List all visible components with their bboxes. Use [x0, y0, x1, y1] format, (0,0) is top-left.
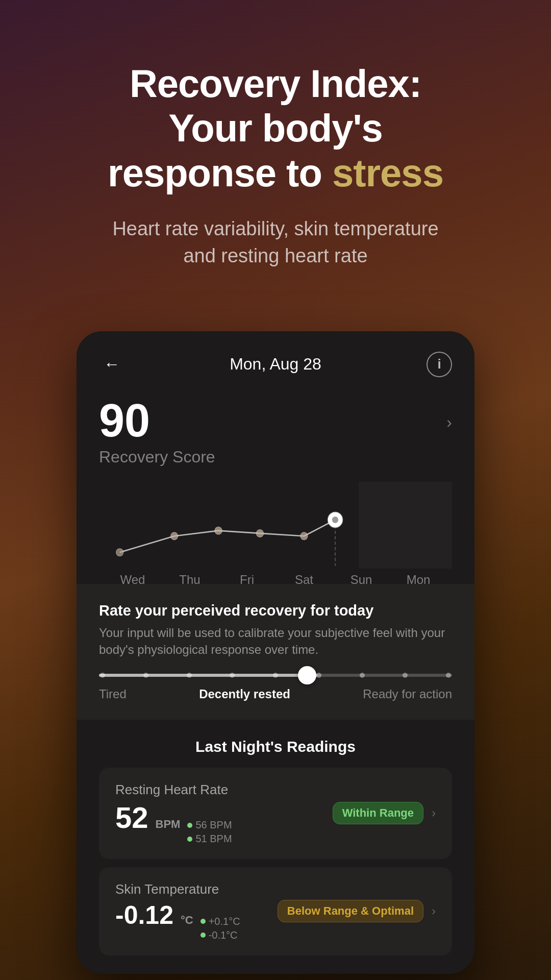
rhr-main-value: 52: [115, 803, 148, 832]
slider-dot-4: [230, 673, 235, 678]
rhr-sub-1: 56 BPM: [187, 819, 232, 831]
score-number: 90: [99, 398, 215, 444]
skin-temp-label: Skin Temperature: [115, 881, 278, 897]
hero-section: Recovery Index: Your body's response to …: [0, 0, 551, 301]
rhr-sub-val-1: 56 BPM: [195, 819, 232, 831]
slider-dot-3: [187, 673, 192, 678]
chart-label-sat: Sat: [276, 573, 333, 587]
rating-title: Rate your perceived recovery for today: [99, 602, 452, 619]
title-line1: Recovery Index:: [130, 62, 421, 105]
score-row: 90 Recovery Score ›: [99, 398, 452, 467]
svg-point-5: [256, 529, 263, 537]
hero-subtitle: Heart rate variability, skin temperature…: [97, 215, 454, 270]
slider-dot-6: [316, 673, 321, 678]
app-header: ← Mon, Aug 28 i: [77, 331, 474, 387]
skin-temp-badge: Below Range & Optimal: [278, 900, 423, 922]
rhr-dot-2: [187, 837, 192, 842]
rhr-value-row: 52 BPM 56 BPM 51 BPM: [115, 803, 333, 845]
svg-point-8: [332, 517, 338, 523]
chart-labels: Wed Thu Fri Sat Sun Mon: [99, 573, 452, 587]
rhr-unit: BPM: [156, 818, 181, 831]
svg-rect-0: [359, 482, 452, 569]
skin-temp-main-value: -0.12: [115, 902, 173, 928]
title-line3-normal: response to: [108, 151, 332, 194]
title-accent: stress: [332, 151, 443, 194]
skin-temp-unit: °C: [181, 914, 193, 927]
info-icon: i: [437, 356, 441, 372]
chart-label-fri: Fri: [218, 573, 276, 587]
rating-section: Rate your perceived recovery for today Y…: [77, 584, 474, 720]
slider-dot-2: [143, 673, 148, 678]
slider-label-rested: Decently rested: [199, 687, 290, 701]
score-section: 90 Recovery Score ›: [77, 387, 474, 472]
slider-dot-9: [446, 673, 451, 678]
rhr-left: Resting Heart Rate 52 BPM 56 BPM 51 BPM: [115, 782, 333, 845]
skin-temp-chevron: ›: [432, 904, 436, 918]
skin-temp-sub-2: -0.1°C: [201, 929, 240, 941]
skin-temp-left: Skin Temperature -0.12 °C +0.1°C -0.1°C: [115, 881, 278, 941]
chart-label-sun: Sun: [333, 573, 390, 587]
slider-dot-5: [273, 673, 278, 678]
rhr-sub-val-2: 51 BPM: [195, 833, 232, 845]
chart-label-thu: Thu: [161, 573, 218, 587]
rhr-label: Resting Heart Rate: [115, 782, 333, 798]
rhr-badge: Within Range: [333, 802, 423, 824]
rhr-chevron: ›: [432, 806, 436, 820]
recovery-chart: [99, 482, 452, 569]
slider-dot-8: [403, 673, 408, 678]
readings-section: Last Night's Readings Resting Heart Rate…: [77, 720, 474, 974]
slider-label-ready: Ready for action: [363, 687, 452, 701]
skin-temp-right: Below Range & Optimal ›: [278, 900, 436, 922]
chart-label-wed: Wed: [104, 573, 161, 587]
skin-temp-sub-val-1: +0.1°C: [209, 916, 240, 927]
info-button[interactable]: i: [427, 352, 452, 377]
resting-heart-rate-card[interactable]: Resting Heart Rate 52 BPM 56 BPM 51 BPM: [99, 768, 452, 860]
svg-point-6: [300, 532, 308, 540]
rhr-sub-2: 51 BPM: [187, 833, 232, 845]
score-left: 90 Recovery Score: [99, 398, 215, 467]
slider-dot-7: [360, 673, 365, 678]
main-title: Recovery Index: Your body's response to …: [31, 61, 520, 195]
svg-point-2: [116, 548, 123, 556]
slider-label-tired: Tired: [99, 687, 127, 701]
phone-inner: ← Mon, Aug 28 i 90 Recovery Score ›: [77, 331, 474, 974]
rating-description: Your input will be used to calibrate you…: [99, 624, 452, 658]
title-line2: Your body's: [168, 106, 382, 150]
slider-dots: [99, 673, 452, 678]
svg-point-3: [170, 532, 178, 540]
skin-temp-dot-2: [201, 933, 206, 938]
score-chevron[interactable]: ›: [446, 413, 452, 432]
rhr-right: Within Range ›: [333, 802, 436, 824]
score-label: Recovery Score: [99, 448, 215, 467]
skin-temperature-card[interactable]: Skin Temperature -0.12 °C +0.1°C -0.1°C: [99, 867, 452, 955]
chart-area: Wed Thu Fri Sat Sun Mon: [77, 472, 474, 584]
slider-labels: Tired Decently rested Ready for action: [99, 687, 452, 701]
skin-temp-value-row: -0.12 °C +0.1°C -0.1°C: [115, 902, 278, 941]
slider-dot-1: [100, 673, 105, 678]
back-icon: ←: [104, 355, 120, 374]
readings-title: Last Night's Readings: [99, 738, 452, 755]
recovery-slider[interactable]: [99, 674, 452, 677]
rhr-sub-values: 56 BPM 51 BPM: [187, 819, 232, 845]
phone-mockup: ← Mon, Aug 28 i 90 Recovery Score ›: [77, 331, 474, 974]
skin-temp-sub-1: +0.1°C: [201, 916, 240, 927]
back-button[interactable]: ←: [99, 352, 124, 377]
slider-handle[interactable]: [298, 666, 316, 684]
skin-temp-dot-1: [201, 919, 206, 924]
header-date: Mon, Aug 28: [230, 355, 321, 374]
rhr-dot-1: [187, 823, 192, 828]
svg-point-4: [215, 527, 222, 534]
chart-label-mon: Mon: [390, 573, 447, 587]
skin-temp-sub-values: +0.1°C -0.1°C: [201, 916, 240, 941]
skin-temp-sub-val-2: -0.1°C: [209, 929, 238, 941]
